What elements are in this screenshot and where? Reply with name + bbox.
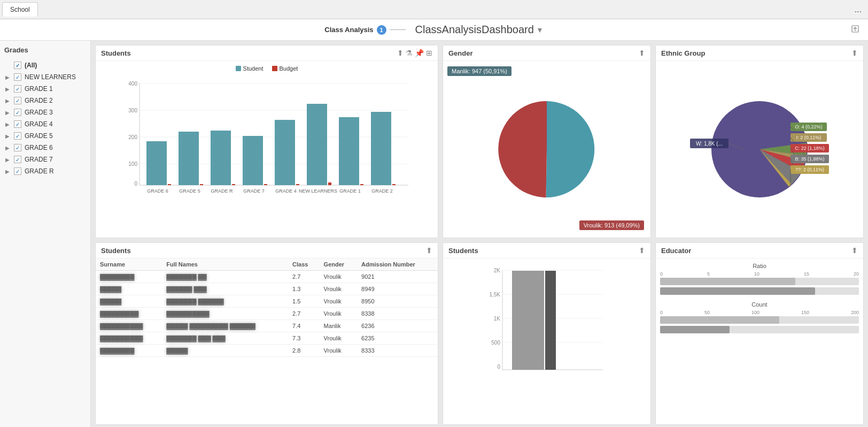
table-row[interactable]: ▓▓▓▓▓▓▓▓▓▓ ▓▓▓▓▓▓▓ ▓▓▓ ▓▓▓ 7.3 Vroulik 6… — [96, 332, 438, 345]
table-row[interactable]: ▓▓▓▓▓▓▓▓ ▓▓▓▓▓ 2.8 Vroulik 8333 — [96, 345, 438, 357]
svg-rect-70 — [545, 271, 556, 370]
legend-budget-dot — [272, 66, 277, 71]
svg-rect-35 — [392, 184, 396, 185]
legend-budget: Budget — [272, 65, 298, 72]
sidebar-item-grade4[interactable]: ▶ GRADE 4 — [4, 118, 86, 130]
svg-rect-13 — [146, 141, 167, 185]
export-icon[interactable]: ⬆ — [851, 49, 858, 57]
check-grade3[interactable] — [14, 109, 21, 116]
sidebar-label: GRADE 4 — [25, 120, 53, 128]
arrow-icon: ▶ — [5, 169, 11, 174]
ratio-axis-20: 20 — [854, 271, 859, 277]
cell-admission: 6236 — [357, 320, 438, 332]
sidebar-label-all: (All) — [25, 62, 37, 69]
legend-budget-label: Budget — [280, 65, 298, 72]
arrow-icon: ▶ — [5, 133, 11, 139]
students-small-actions: ⬆ — [639, 246, 645, 255]
export-icon[interactable]: ⬆ — [639, 246, 645, 255]
sidebar-item-new-learners[interactable]: ▶ NEW LEARNERS — [4, 71, 86, 83]
cell-surname: ▓▓▓▓▓▓▓▓▓ — [96, 308, 162, 320]
sidebar-item-grade2[interactable]: ▶ GRADE 2 — [4, 95, 86, 106]
sidebar-item-grade3[interactable]: ▶ GRADE 3 — [4, 106, 86, 118]
count-bar2 — [660, 326, 859, 333]
svg-rect-16 — [179, 132, 199, 185]
ethnic-chart-body: W: 1,8K (... O: 4 (0,22%) I: 2 (0,11%) C… — [656, 61, 863, 238]
filter-icon[interactable]: ▼ — [536, 26, 544, 34]
cell-gender: Vroulik — [320, 271, 357, 283]
table-row[interactable]: ▓▓▓▓▓▓▓▓▓▓ ▓▓▓▓▓ ▓▓▓▓▓▓▓▓▓ ▓▓▓▓▓▓ 7.4 Ma… — [96, 320, 438, 332]
check-grade6[interactable] — [14, 144, 21, 151]
cell-surname: ▓▓▓▓▓ — [96, 295, 162, 308]
svg-text:400: 400 — [128, 81, 137, 87]
arrow-icon: ▶ — [5, 157, 11, 163]
export-icon[interactable]: ⬆ — [639, 49, 645, 57]
gender-vroulik-tooltip: Vroulik: 913 (49,09%) — [579, 220, 644, 230]
count-bar1 — [660, 316, 859, 324]
check-grade4[interactable] — [14, 120, 21, 128]
export-icon[interactable]: ⬆ — [851, 246, 858, 255]
table-actions: ⬆ — [426, 246, 432, 255]
svg-text:B: 35 (1,88%): B: 35 (1,88%) — [795, 156, 824, 162]
sidebar-label: NEW LEARNERS — [25, 73, 76, 81]
main-container: Grades (All) ▶ NEW LEARNERS ▶ GRADE 1 ▶ … — [0, 41, 868, 427]
svg-text:W: 1,8K (...: W: 1,8K (... — [696, 141, 723, 147]
sidebar-label: GRADE 2 — [25, 97, 53, 104]
cell-class: 7.4 — [288, 320, 320, 332]
check-gradeR[interactable] — [14, 167, 21, 175]
cell-class: 2.7 — [288, 271, 320, 283]
more-button[interactable]: ... — [850, 3, 866, 17]
sidebar-item-grade7[interactable]: ▶ GRADE 7 — [4, 154, 86, 165]
svg-text:500: 500 — [491, 340, 500, 346]
count-axis-200: 200 — [851, 310, 859, 315]
gender-manlik-tooltip: Manlik: 947 (50,91%) — [447, 66, 511, 76]
cell-fullname: ▓▓▓▓▓▓ ▓▓▓ — [162, 283, 288, 295]
svg-text:I: 2 (0,11%): I: 2 (0,11%) — [796, 135, 821, 140]
col-fullnames: Full Names — [162, 258, 288, 271]
gender-chart-title: Gender — [448, 49, 473, 57]
arrow-icon: ▶ — [5, 145, 11, 151]
sidebar-item-grade1[interactable]: ▶ GRADE 1 — [4, 83, 86, 95]
table-row[interactable]: ▓▓▓▓▓ ▓▓▓▓▓▓▓ ▓▓▓▓▓▓ 1.5 Vroulik 8950 — [96, 295, 438, 308]
check-new-learners[interactable] — [14, 73, 21, 81]
svg-text:??: 2 (0,11%): ??: 2 (0,11%) — [795, 167, 824, 172]
sidebar-item-all[interactable]: (All) — [4, 59, 86, 71]
check-grade1[interactable] — [14, 85, 21, 93]
export-icon[interactable]: ⬆ — [397, 49, 404, 57]
cell-admission: 6235 — [357, 332, 438, 345]
svg-rect-14 — [168, 184, 171, 185]
svg-text:GRADE R: GRADE R — [211, 188, 233, 194]
filter-icon[interactable]: ⚗ — [406, 49, 413, 57]
count-axis-50: 50 — [704, 310, 710, 315]
check-grade2[interactable] — [14, 97, 21, 104]
cell-surname: ▓▓▓▓▓▓▓▓▓▓ — [96, 332, 162, 345]
count-bar1-fill — [660, 316, 779, 324]
gender-chart-actions: ⬆ — [639, 49, 645, 57]
ethnic-chart-panel: Ethnic Group ⬆ — [655, 45, 864, 238]
sidebar-item-grade5[interactable]: ▶ GRADE 5 — [4, 130, 86, 142]
table-row[interactable]: ▓▓▓▓▓ ▓▓▓▓▓▓ ▓▓▓ 1.3 Vroulik 8949 — [96, 283, 438, 295]
cell-class: 1.3 — [288, 283, 320, 295]
school-tab[interactable]: School — [2, 2, 38, 17]
svg-text:GRADE 6: GRADE 6 — [147, 188, 168, 194]
table-row[interactable]: ▓▓▓▓▓▓▓▓ ▓▓▓▓▓▓▓ ▓▓ 2.7 Vroulik 9021 — [96, 271, 438, 283]
check-all[interactable] — [14, 62, 21, 69]
educator-panel: Educator ⬆ Ratio 0 5 10 15 20 — [655, 242, 864, 425]
svg-text:100: 100 — [128, 161, 137, 167]
check-grade5[interactable] — [14, 132, 21, 140]
col-class: Class — [288, 258, 320, 271]
col-gender: Gender — [320, 258, 357, 271]
sidebar-item-gradeR[interactable]: ▶ GRADE R — [4, 165, 86, 177]
grid-icon[interactable]: ⊞ — [426, 49, 432, 57]
cell-class: 2.8 — [288, 345, 320, 357]
content-area: Students ⬆ ⚗ 📌 ⊞ Student Budget — [91, 41, 868, 427]
students-chart-panel: Students ⬆ ⚗ 📌 ⊞ Student Budget — [95, 45, 438, 238]
sidebar-label: GRADE 7 — [25, 156, 53, 163]
pin-icon[interactable]: 📌 — [415, 49, 424, 57]
table-row[interactable]: ▓▓▓▓▓▓▓▓▓ ▓▓▓▓▓▓▓▓▓▓ 2.7 Vroulik 8338 — [96, 308, 438, 320]
check-grade7[interactable] — [14, 156, 21, 163]
sidebar-item-grade6[interactable]: ▶ GRADE 6 — [4, 142, 86, 154]
svg-text:GRADE 4: GRADE 4 — [275, 188, 297, 194]
export-icon[interactable]: ⬆ — [426, 246, 432, 255]
cell-class: 2.7 — [288, 308, 320, 320]
header-export-icon[interactable] — [851, 25, 859, 35]
